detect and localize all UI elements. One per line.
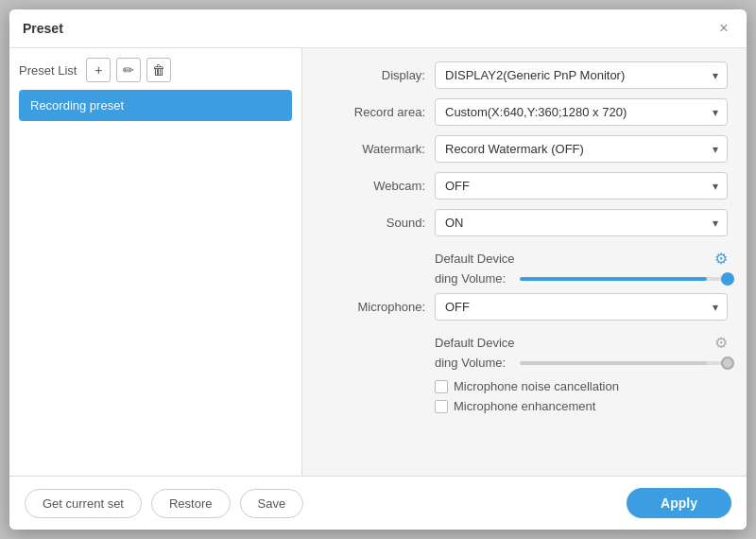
- sound-section: Default Device ⚙ ding Volume:: [435, 246, 728, 286]
- display-control: DISPLAY2(Generic PnP Monitor): [435, 61, 728, 89]
- add-preset-button[interactable]: +: [86, 58, 111, 82]
- display-label: Display:: [321, 68, 435, 82]
- webcam-select-wrapper: OFF: [435, 172, 728, 200]
- mic-volume-slider[interactable]: [520, 361, 728, 365]
- right-panel: Display: DISPLAY2(Generic PnP Monitor) R…: [302, 48, 747, 476]
- close-button[interactable]: ×: [714, 19, 733, 38]
- microphone-control: OFF: [435, 293, 728, 321]
- mic-device-row: Default Device ⚙: [435, 330, 728, 356]
- save-button[interactable]: Save: [240, 489, 304, 518]
- mic-volume-thumb[interactable]: [721, 356, 734, 370]
- watermark-select[interactable]: Record Watermark (OFF): [435, 135, 728, 163]
- sound-select-wrapper: ON: [435, 209, 728, 236]
- sound-volume-label: ding Volume:: [435, 271, 520, 286]
- mic-volume-row: ding Volume:: [435, 356, 728, 370]
- webcam-control: OFF: [435, 172, 728, 200]
- footer-left: Get current set Restore Save: [25, 489, 303, 518]
- watermark-select-wrapper: Record Watermark (OFF): [435, 135, 728, 163]
- sound-gear-icon[interactable]: ⚙: [714, 250, 728, 268]
- microphone-select[interactable]: OFF: [435, 293, 728, 321]
- record-area-select[interactable]: Custom(X:640,Y:360;1280 x 720): [435, 98, 728, 126]
- record-area-control: Custom(X:640,Y:360;1280 x 720): [435, 98, 728, 126]
- webcam-row: Webcam: OFF: [321, 172, 728, 200]
- mic-enhance-row: Microphone enhancement: [435, 399, 728, 413]
- watermark-label: Watermark:: [321, 142, 435, 156]
- delete-preset-button[interactable]: 🗑: [146, 58, 171, 82]
- microphone-section: Default Device ⚙ ding Volume: Microphone…: [435, 330, 728, 413]
- watermark-row: Watermark: Record Watermark (OFF): [321, 135, 728, 163]
- title-bar: Preset ×: [9, 9, 747, 48]
- display-select[interactable]: DISPLAY2(Generic PnP Monitor): [435, 61, 728, 89]
- dialog-title: Preset: [23, 21, 63, 36]
- display-select-wrapper: DISPLAY2(Generic PnP Monitor): [435, 61, 728, 89]
- main-content: Preset List + ✏ 🗑 Recording preset Displ…: [9, 48, 747, 476]
- webcam-label: Webcam:: [321, 179, 435, 193]
- sound-volume-row: ding Volume:: [435, 271, 728, 286]
- mic-noise-checkbox[interactable]: [435, 380, 448, 393]
- get-current-set-button[interactable]: Get current set: [25, 489, 142, 518]
- preset-item-recording[interactable]: Recording preset: [19, 90, 292, 121]
- mic-device-label: Default Device: [435, 336, 515, 350]
- edit-preset-button[interactable]: ✏: [116, 58, 141, 82]
- preset-list-label: Preset List: [19, 63, 77, 78]
- preset-dialog: Preset × Preset List + ✏ 🗑 Recording pre…: [9, 9, 747, 530]
- sound-control: ON: [435, 209, 728, 236]
- sound-row: Sound: ON: [321, 209, 728, 236]
- sound-select[interactable]: ON: [435, 209, 728, 236]
- microphone-select-wrapper: OFF: [435, 293, 728, 321]
- record-area-label: Record area:: [321, 105, 435, 119]
- webcam-select[interactable]: OFF: [435, 172, 728, 200]
- record-area-row: Record area: Custom(X:640,Y:360;1280 x 7…: [321, 98, 728, 126]
- sidebar: Preset List + ✏ 🗑 Recording preset: [9, 48, 302, 476]
- apply-button[interactable]: Apply: [627, 488, 731, 518]
- mic-enhance-checkbox[interactable]: [435, 400, 448, 413]
- microphone-row: Microphone: OFF: [321, 293, 728, 321]
- mic-volume-label: ding Volume:: [435, 356, 520, 370]
- sound-volume-thumb[interactable]: [721, 272, 734, 286]
- mic-enhance-label: Microphone enhancement: [454, 399, 595, 413]
- mic-gear-icon[interactable]: ⚙: [714, 334, 728, 352]
- mic-noise-label: Microphone noise cancellation: [454, 379, 619, 393]
- footer: Get current set Restore Save Apply: [9, 476, 747, 530]
- watermark-control: Record Watermark (OFF): [435, 135, 728, 163]
- restore-button[interactable]: Restore: [151, 489, 231, 518]
- mic-volume-fill: [520, 361, 707, 365]
- sound-volume-slider[interactable]: [520, 277, 728, 281]
- mic-noise-row: Microphone noise cancellation: [435, 379, 728, 393]
- sound-volume-fill: [520, 277, 707, 281]
- sound-device-row: Default Device ⚙: [435, 246, 728, 271]
- sound-device-label: Default Device: [435, 252, 515, 266]
- record-area-select-wrapper: Custom(X:640,Y:360;1280 x 720): [435, 98, 728, 126]
- microphone-label: Microphone:: [321, 300, 435, 314]
- display-row: Display: DISPLAY2(Generic PnP Monitor): [321, 61, 728, 89]
- sound-label: Sound:: [321, 216, 435, 230]
- preset-list-header: Preset List + ✏ 🗑: [19, 58, 292, 82]
